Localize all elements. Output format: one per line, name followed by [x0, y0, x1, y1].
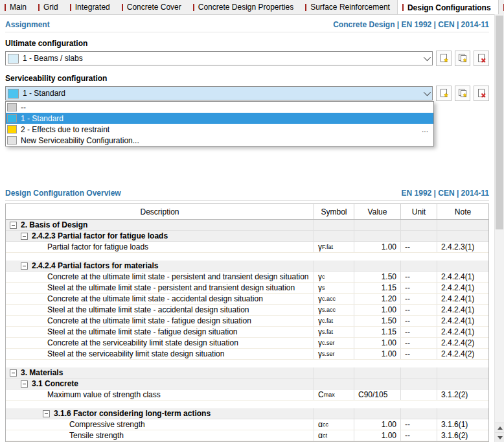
row-description: Steel at the ultimate limit state - fati… — [47, 327, 238, 336]
value-cell: 1.00 — [354, 430, 400, 441]
group-label: 2.4.2.4 Partial factors for materials — [32, 261, 158, 270]
collapse-icon[interactable] — [10, 369, 17, 377]
table-row[interactable]: 2.4.2.4 Partial factors for materials — [6, 261, 488, 272]
row-description: Maximum value of strength class — [47, 390, 161, 399]
tab-grid[interactable]: Grid — [34, 0, 65, 14]
table-spacer-row — [6, 253, 488, 261]
triangle-up-icon — [498, 424, 503, 430]
symbol-cell: γs.acc — [314, 305, 354, 315]
tab-accent-mark — [70, 4, 71, 11]
unit-cell: -- — [400, 283, 437, 293]
symbol-subscript: F.fat — [322, 244, 333, 250]
dropdown-item[interactable]: New Serviceability Configuration... — [6, 135, 433, 146]
unit-cell: -- — [400, 242, 437, 252]
delete-document-icon — [476, 88, 487, 99]
table-row[interactable]: 3.1.6 Factor considering long-term actio… — [6, 408, 488, 419]
chevron-down-icon[interactable] — [420, 87, 432, 100]
vertical-scrollbar[interactable] — [494, 14, 504, 442]
scrollbar-down-button[interactable] — [495, 432, 504, 442]
unit-cell — [400, 390, 437, 400]
value-cell: 1.00 — [354, 349, 400, 359]
note-cell: 2.4.2.4(2) — [437, 338, 488, 348]
tab-concrete-cover[interactable]: Concrete Cover — [117, 0, 189, 14]
table-row[interactable]: 3.1 Concrete — [6, 378, 488, 390]
symbol-cell: Cmax — [314, 390, 354, 400]
tab-concrete-design-properties[interactable]: Concrete Design Properties — [189, 0, 301, 14]
symbol-subscript: c.ser — [322, 340, 335, 346]
row-description: Compressive strength — [69, 420, 145, 429]
tab-integrated[interactable]: Integrated — [65, 0, 117, 14]
collapse-icon[interactable] — [21, 262, 28, 270]
serviceability-dropdown-list: --1 - Standard2 - Effects due to restrai… — [5, 101, 434, 146]
note-cell: 2.4.2.4(1) — [437, 305, 488, 315]
ultimate-configuration-row: 1 - Beams / slabs — [5, 51, 489, 66]
empty-cell — [437, 378, 488, 389]
table-body: 2. Basis of Design2.4.2.3 Partial factor… — [6, 220, 488, 441]
row-description: Concrete at the ultimate limit state - p… — [47, 272, 309, 281]
copy-configuration-button[interactable] — [455, 86, 470, 101]
table-row: Concrete at the ultimate limit state - p… — [6, 272, 488, 283]
note-cell: 2.4.2.4(1) — [437, 294, 488, 304]
symbol-cell: γc — [314, 272, 354, 282]
table-row: Steel at the serviceability limit state … — [6, 349, 488, 360]
symbol-base: α — [318, 420, 323, 429]
description-cell: 3. Materials — [6, 367, 314, 378]
symbol-base: C — [318, 390, 324, 399]
row-description: Steel at the ultimate limit state - pers… — [47, 283, 295, 292]
note-cell: 2.4.2.4(1) — [437, 316, 488, 326]
ellipsis-button[interactable]: ... — [419, 125, 431, 134]
unit-cell: -- — [400, 419, 437, 430]
collapse-icon[interactable] — [21, 380, 28, 388]
description-cell: 3.1 Concrete — [6, 378, 314, 389]
row-description: Concrete at the ultimate limit state - a… — [47, 294, 263, 303]
empty-cell — [354, 378, 400, 389]
new-configuration-button[interactable] — [436, 86, 452, 101]
empty-cell — [354, 261, 400, 271]
ultimate-config-combobox[interactable]: 1 - Beams / slabs — [5, 51, 433, 65]
symbol-subscript: max — [324, 391, 335, 398]
new-configuration-button[interactable] — [436, 51, 452, 66]
empty-cell — [354, 220, 400, 230]
collapse-icon[interactable] — [10, 222, 17, 229]
tab-design-configurations[interactable]: Design Configurations — [397, 0, 499, 15]
table-row: Steel at the ultimate limit state - acci… — [6, 305, 488, 316]
scrollbar-thumb[interactable] — [496, 16, 503, 229]
empty-cell — [437, 367, 488, 378]
dropdown-item[interactable]: 2 - Effects due to restraint... — [6, 124, 433, 135]
description-cell: Steel at the serviceability limit state … — [6, 349, 314, 359]
collapse-icon[interactable] — [21, 233, 28, 240]
tab-surface-reinforcement[interactable]: Surface Reinforcement — [301, 0, 397, 14]
serviceability-configuration-label: Serviceability configuration — [5, 74, 489, 84]
table-row[interactable]: 2. Basis of Design — [6, 220, 488, 231]
chevron-down-icon[interactable] — [420, 52, 432, 65]
empty-cell — [354, 367, 400, 378]
table-row[interactable]: 2.4.2.3 Partial factor for fatigue loads — [6, 231, 488, 242]
section-divider — [5, 32, 489, 32]
symbol-subscript: s.fat — [322, 329, 333, 335]
table-row: Partial factor for fatigue loadsγF.fat1.… — [6, 242, 488, 253]
empty-cell — [437, 231, 488, 241]
value-cell: 1.50 — [354, 272, 400, 282]
dropdown-item[interactable]: -- — [6, 102, 433, 113]
tab-deflection[interactable]: Deflection — [499, 0, 504, 14]
table-row[interactable]: 3. Materials — [6, 367, 488, 378]
ultimate-configuration-label: Ultimate configuration — [5, 39, 489, 49]
table-row: Concrete at the ultimate limit state - f… — [6, 316, 488, 327]
description-cell: Compressive strength — [6, 419, 314, 430]
description-cell: Concrete at the ultimate limit state - p… — [6, 272, 314, 282]
assignment-section-header: Assignment Concrete Design | EN 1992 | C… — [5, 20, 489, 30]
tab-accent-mark — [38, 4, 40, 11]
tab-bar: MainGridIntegratedConcrete CoverConcrete… — [0, 0, 504, 15]
delete-configuration-button[interactable] — [474, 51, 489, 66]
collapse-icon[interactable] — [43, 410, 50, 417]
tab-main[interactable]: Main — [0, 0, 34, 14]
description-cell: Concrete at the serviceability limit sta… — [6, 338, 314, 348]
copy-configuration-button[interactable] — [455, 51, 470, 66]
scrollbar-up-button[interactable] — [495, 423, 504, 432]
serviceability-config-combobox[interactable]: 1 - Standard — [5, 86, 433, 100]
serviceability-config-swatch — [8, 89, 19, 99]
column-header-description: Description — [6, 204, 314, 219]
dropdown-item[interactable]: 1 - Standard — [6, 113, 433, 124]
delete-configuration-button[interactable] — [474, 86, 489, 101]
tab-accent-mark — [5, 4, 6, 11]
